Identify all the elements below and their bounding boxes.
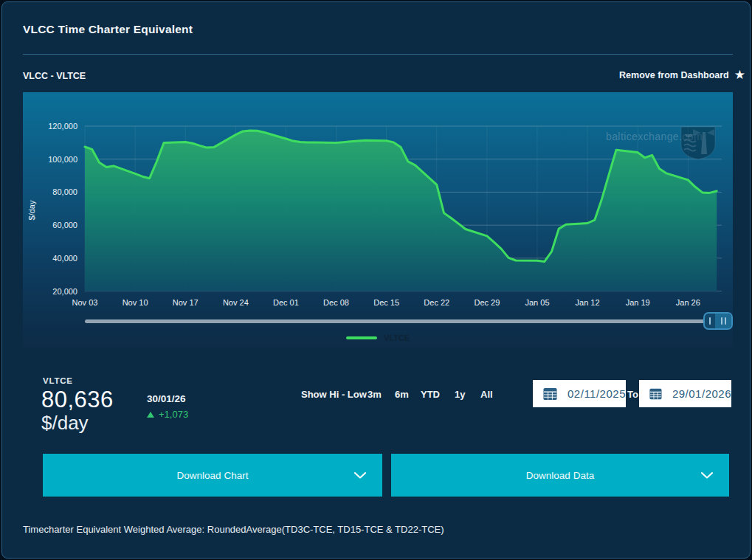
- svg-text:40,000: 40,000: [52, 254, 77, 263]
- date-range-to-label: To: [627, 389, 638, 400]
- range-button-3m[interactable]: 3m: [368, 389, 382, 400]
- remove-from-dashboard-label: Remove from Dashboard: [619, 70, 729, 80]
- svg-text:Nov 17: Nov 17: [173, 298, 199, 307]
- svg-text:Nov 03: Nov 03: [72, 298, 98, 307]
- calendar-icon: [649, 387, 662, 401]
- svg-text:80,000: 80,000: [52, 187, 77, 196]
- show-hi-low-toggle[interactable]: Show Hi - Low: [301, 389, 367, 400]
- download-chart-label: Download Chart: [177, 470, 249, 481]
- scrollbar-grip-right[interactable]: [715, 314, 731, 328]
- svg-text:$/day: $/day: [27, 200, 36, 220]
- svg-text:Dec 29: Dec 29: [474, 298, 500, 307]
- svg-text:Jan 26: Jan 26: [676, 298, 700, 307]
- footer-note: Timecharter Equivalent Weighted Average:…: [23, 524, 444, 535]
- legend-label: VLTCE: [384, 333, 410, 342]
- chevron-down-icon: [354, 472, 366, 479]
- download-data-button[interactable]: Download Data: [391, 454, 729, 497]
- daily-change: +1,073: [147, 409, 188, 420]
- svg-text:Dec 01: Dec 01: [273, 298, 299, 307]
- chart-subtitle: VLCC - VLTCE: [23, 71, 86, 81]
- latest-date: 30/01/26: [147, 393, 186, 404]
- value-unit: $/day: [41, 412, 89, 435]
- header-divider: [23, 54, 733, 55]
- calendar-icon: [543, 387, 557, 401]
- svg-text:60,000: 60,000: [52, 221, 77, 229]
- baltic-exchange-logo-icon: [680, 126, 717, 160]
- up-arrow-icon: [147, 412, 154, 418]
- svg-text:Nov 24: Nov 24: [223, 298, 249, 307]
- change-amount: +1,073: [159, 409, 188, 420]
- remove-from-dashboard-button[interactable]: Remove from Dashboard ★: [619, 69, 745, 81]
- svg-text:Jan 12: Jan 12: [576, 298, 600, 307]
- series-name-label: VLTCE: [43, 376, 73, 385]
- svg-text:Nov 10: Nov 10: [123, 298, 148, 307]
- date-to-value: 29/01/2026: [672, 387, 731, 400]
- svg-text:Dec 15: Dec 15: [373, 298, 399, 307]
- scrollbar-grip-left[interactable]: [705, 314, 715, 328]
- page-title: VLCC Time Charter Equivalent: [23, 23, 193, 36]
- range-button-all[interactable]: All: [480, 389, 493, 400]
- date-to-picker[interactable]: 29/01/2026: [639, 380, 731, 407]
- svg-text:120,000: 120,000: [48, 122, 77, 131]
- download-data-label: Download Data: [526, 470, 594, 481]
- date-from-value: 02/11/2025: [568, 387, 626, 400]
- range-button-1y[interactable]: 1y: [455, 389, 465, 400]
- svg-text:Jan 05: Jan 05: [525, 298, 549, 307]
- svg-text:Jan 19: Jan 19: [626, 298, 650, 307]
- chart-scrollbar-track[interactable]: [85, 319, 706, 323]
- svg-text:Dec 08: Dec 08: [323, 298, 349, 307]
- legend-line-swatch: [346, 336, 377, 339]
- chevron-down-icon: [701, 472, 713, 479]
- vlcc-tce-widget: VLCC Time Charter Equivalent VLCC - VLTC…: [1, 1, 751, 559]
- range-button-ytd[interactable]: YTD: [421, 389, 440, 400]
- chart-panel: 120,000100,00080,00060,00040,00020,000No…: [23, 92, 733, 349]
- star-icon[interactable]: ★: [734, 69, 745, 81]
- chart-scrollbar-handle[interactable]: [703, 312, 733, 330]
- svg-text:Dec 22: Dec 22: [424, 298, 449, 307]
- latest-value: 80,636: [41, 387, 114, 413]
- range-button-6m[interactable]: 6m: [395, 389, 409, 400]
- chart-legend[interactable]: VLTCE: [23, 333, 733, 342]
- date-from-picker[interactable]: 02/11/2025: [533, 380, 626, 407]
- download-chart-button[interactable]: Download Chart: [43, 454, 382, 497]
- svg-text:20,000: 20,000: [52, 287, 77, 296]
- svg-text:100,000: 100,000: [48, 155, 77, 164]
